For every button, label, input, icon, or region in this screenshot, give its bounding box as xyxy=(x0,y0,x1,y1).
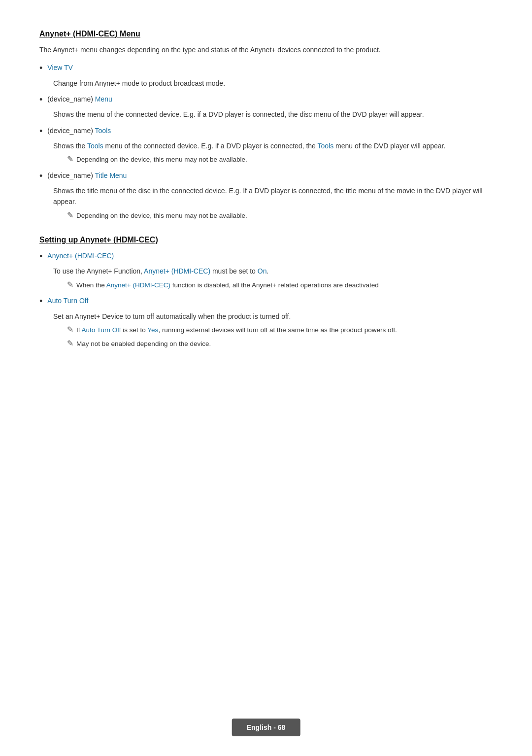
section1-list: • View TV Change from Anynet+ mode to pr… xyxy=(39,62,493,221)
bullet-label-device-tools: (device_name) Tools xyxy=(47,125,111,136)
desc-device-tools: Shows the Tools menu of the connected de… xyxy=(53,140,493,151)
indent-title-menu: Shows the title menu of the disc in the … xyxy=(53,185,493,221)
page-container: Anynet+ (HDMI-CEC) Menu The Anynet+ menu… xyxy=(0,0,532,413)
bullet-dot: • xyxy=(39,94,42,106)
bullet-label-title-menu: (device_name) Title Menu xyxy=(47,170,127,181)
link-device-tools[interactable]: Tools xyxy=(95,127,111,135)
indent-device-tools: Shows the Tools menu of the connected de… xyxy=(53,140,493,165)
list-item: • View TV Change from Anynet+ mode to pr… xyxy=(39,62,493,89)
list-item: • Anynet+ (HDMI-CEC) To use the Anynet+ … xyxy=(39,250,493,290)
note-text-title-menu: Depending on the device, this menu may n… xyxy=(76,210,247,221)
bullet-dot: • xyxy=(39,62,42,74)
desc-auto-turn-off: Set an Anynet+ Device to turn off automa… xyxy=(53,311,493,322)
desc-title-menu: Shows the title menu of the disc in the … xyxy=(53,185,493,207)
note-auto-turn-off-2: ✎ May not be enabled depending on the de… xyxy=(67,339,493,349)
link-on[interactable]: On xyxy=(258,267,267,275)
section-anynet-menu: Anynet+ (HDMI-CEC) Menu The Anynet+ menu… xyxy=(39,30,493,221)
link-device-menu[interactable]: Menu xyxy=(95,95,112,103)
note-text-anynet-cec: When the Anynet+ (HDMI-CEC) function is … xyxy=(76,280,379,291)
section2-heading: Setting up Anynet+ (HDMI-CEC) xyxy=(39,236,493,244)
list-item: • (device_name) Tools Shows the Tools me… xyxy=(39,125,493,165)
section2-list: • Anynet+ (HDMI-CEC) To use the Anynet+ … xyxy=(39,250,493,349)
indent-anynet-cec: To use the Anynet+ Function, Anynet+ (HD… xyxy=(53,266,493,290)
note-text-tools: Depending on the device, this menu may n… xyxy=(76,154,247,165)
note-auto-turn-off-1: ✎ If Auto Turn Off is set to Yes, runnin… xyxy=(67,325,493,336)
note-icon: ✎ xyxy=(67,154,73,164)
indent-view-tv: Change from Anynet+ mode to product broa… xyxy=(53,78,493,89)
note-icon: ✎ xyxy=(67,210,73,220)
indent-auto-turn-off: Set an Anynet+ Device to turn off automa… xyxy=(53,311,493,349)
note-icon: ✎ xyxy=(67,339,73,348)
bullet-label-device-menu: (device_name) Menu xyxy=(47,94,112,104)
link-anynet-cec-inline[interactable]: Anynet+ (HDMI-CEC) xyxy=(144,267,210,275)
note-title-menu: ✎ Depending on the device, this menu may… xyxy=(67,210,493,221)
link-auto-turn-off[interactable]: Auto Turn Off xyxy=(47,297,88,305)
note-anynet-cec: ✎ When the Anynet+ (HDMI-CEC) function i… xyxy=(67,280,493,291)
note-icon: ✎ xyxy=(67,325,73,334)
bullet-dot: • xyxy=(39,250,42,263)
link-auto-turn-off-inline[interactable]: Auto Turn Off xyxy=(82,326,121,334)
note-text-auto-2: May not be enabled depending on the devi… xyxy=(76,339,211,349)
note-icon: ✎ xyxy=(67,280,73,289)
link-yes[interactable]: Yes xyxy=(147,326,158,334)
desc-anynet-cec: To use the Anynet+ Function, Anynet+ (HD… xyxy=(53,266,493,276)
section1-intro: The Anynet+ menu changes depending on th… xyxy=(39,44,493,55)
bullet-label-view-tv: View TV xyxy=(47,62,73,73)
bullet-dot: • xyxy=(39,170,42,182)
note-tools: ✎ Depending on the device, this menu may… xyxy=(67,154,493,165)
footer-label: English - 68 xyxy=(232,719,300,736)
bullet-label-anynet-cec: Anynet+ (HDMI-CEC) xyxy=(47,250,114,261)
link-anynet-cec-note[interactable]: Anynet+ (HDMI-CEC) xyxy=(106,281,170,289)
list-item: • (device_name) Menu Shows the menu of t… xyxy=(39,94,493,120)
desc-view-tv: Change from Anynet+ mode to product broa… xyxy=(53,78,493,89)
bullet-dot: • xyxy=(39,125,42,137)
link-view-tv[interactable]: View TV xyxy=(47,64,73,71)
desc-device-menu: Shows the menu of the connected device. … xyxy=(53,109,493,120)
link-tools-inline2[interactable]: Tools xyxy=(317,142,333,150)
bullet-label-auto-turn-off: Auto Turn Off xyxy=(47,295,88,306)
list-item: • (device_name) Title Menu Shows the tit… xyxy=(39,170,493,221)
list-item: • Auto Turn Off Set an Anynet+ Device to… xyxy=(39,295,493,349)
section1-heading: Anynet+ (HDMI-CEC) Menu xyxy=(39,30,493,38)
section-setup-anynet: Setting up Anynet+ (HDMI-CEC) • Anynet+ … xyxy=(39,236,493,349)
indent-device-menu: Shows the menu of the connected device. … xyxy=(53,109,493,120)
link-title-menu[interactable]: Title Menu xyxy=(95,172,127,179)
link-tools-inline1[interactable]: Tools xyxy=(87,142,103,150)
link-anynet-cec[interactable]: Anynet+ (HDMI-CEC) xyxy=(47,252,114,260)
note-text-auto-1: If Auto Turn Off is set to Yes, running … xyxy=(76,325,397,336)
bullet-dot: • xyxy=(39,295,42,308)
